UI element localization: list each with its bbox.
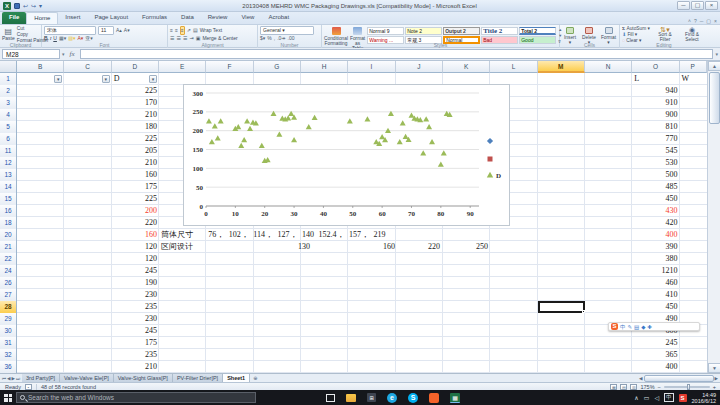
help-icon[interactable]: ? <box>694 18 697 24</box>
excel-taskbar-icon[interactable]: ▦ <box>450 393 460 403</box>
column-header-N[interactable]: N <box>585 61 632 73</box>
cell-value[interactable]: 225 <box>112 85 157 97</box>
cell-value[interactable]: L <box>634 73 639 85</box>
cell-value[interactable]: 400 <box>632 229 677 241</box>
align-center-icon[interactable]: ☰ <box>176 35 180 42</box>
underline-button[interactable]: U <box>53 35 57 41</box>
ribbon-tab-view[interactable]: View <box>234 12 261 24</box>
cell-value[interactable]: 160 <box>355 241 395 253</box>
hscroll-left-icon[interactable]: ◀ <box>639 376 642 381</box>
cell-value[interactable]: 810 <box>632 121 677 133</box>
borders-icon[interactable]: ▦▾ <box>59 35 66 42</box>
wrap-text-button[interactable]: Wrap Text <box>200 27 222 33</box>
align-top-icon[interactable]: ≡ <box>170 27 173 34</box>
filter-dropdown-icon-C[interactable]: ▾ <box>102 75 110 83</box>
fill-color-icon[interactable]: ▨▾ <box>68 35 75 42</box>
column-header-H[interactable]: H <box>301 61 348 73</box>
vertical-scroll-thumb[interactable] <box>709 72 720 124</box>
cell-value[interactable]: 220 <box>112 217 157 229</box>
scatter-chart[interactable]: 0501001502002503000102030405060708090D <box>183 84 510 226</box>
percent-icon[interactable]: % <box>267 35 271 42</box>
cell-value[interactable]: 460 <box>632 277 677 289</box>
sheet-tab-3rd-party-p-[interactable]: 3rd Party[P] <box>22 374 60 382</box>
ribbon-tab-file[interactable]: File <box>2 12 26 24</box>
cell-value[interactable]: 76， 102， 114， 127， 140 152.4， 157， 219 <box>208 229 385 241</box>
row-header-30[interactable]: 30 <box>0 325 17 337</box>
zoom-level[interactable]: 175% <box>640 384 654 390</box>
row-header-4[interactable]: 4 <box>0 109 17 121</box>
cell-value[interactable]: 940 <box>632 85 677 97</box>
cell-value[interactable]: 420 <box>632 217 677 229</box>
ribbon-tab-data[interactable]: Data <box>174 12 201 24</box>
column-header-E[interactable]: E <box>159 61 206 73</box>
tray-expand-icon[interactable]: ∧ <box>634 394 638 401</box>
row-header-21[interactable]: 21 <box>0 241 17 253</box>
row-header-20[interactable]: 20 <box>0 229 17 241</box>
hscroll-right-icon[interactable]: ▶ <box>715 376 720 381</box>
row-header-1[interactable]: 1 <box>0 73 17 85</box>
save-icon[interactable] <box>14 3 20 9</box>
cell-value[interactable]: 245 <box>632 337 677 349</box>
cell-value[interactable]: 区间设计 <box>161 241 193 253</box>
align-right-icon[interactable]: ☰ <box>183 35 187 42</box>
row-header-22[interactable]: 22 <box>0 253 17 265</box>
prev-sheet-icon[interactable]: ◀ <box>7 376 10 381</box>
cell-value[interactable]: 160 <box>112 169 157 181</box>
formula-bar-expand-icon[interactable]: ▾ <box>715 51 718 57</box>
cell-value[interactable]: 450 <box>632 301 677 313</box>
column-header-M[interactable]: M <box>538 61 585 73</box>
number-format-select[interactable]: General ▾ <box>260 26 314 35</box>
sheet-tab-valve-sight-glass-p-[interactable]: Valve-Sight Glass[P] <box>114 374 173 382</box>
close-button[interactable]: × <box>705 1 718 10</box>
ime-toolbar[interactable]: S 中✎▤◆✚ <box>608 322 700 331</box>
filter-dropdown-icon-B[interactable]: ▾ <box>54 75 62 83</box>
zoom-slider-knob[interactable] <box>687 384 690 390</box>
cell-value[interactable]: 175 <box>112 337 157 349</box>
column-header-B[interactable]: B <box>17 61 64 73</box>
scroll-up-icon[interactable]: ▲ <box>708 61 720 71</box>
cell-value[interactable]: 180 <box>112 121 157 133</box>
insert-function-icon[interactable]: fx <box>67 50 78 58</box>
first-sheet-icon[interactable]: ⏮ <box>2 376 6 381</box>
cell-value[interactable]: W <box>682 73 690 85</box>
cell-value[interactable]: 245 <box>112 325 157 337</box>
cell-value[interactable]: 235 <box>112 349 157 361</box>
file-explorer-icon[interactable] <box>346 394 356 402</box>
sort-filter-button[interactable]: ⇅▾ Sort & Filter <box>653 26 677 43</box>
undo-icon[interactable]: ↩ <box>23 2 28 10</box>
increase-decimal-icon[interactable]: .0↠ <box>277 35 285 42</box>
cell-value[interactable]: 485 <box>632 181 677 193</box>
zoom-slider[interactable] <box>664 386 710 388</box>
row-header-5[interactable]: 5 <box>0 121 17 133</box>
cell-value[interactable]: 210 <box>112 109 157 121</box>
ime-tool-icon-3[interactable]: ◆ <box>641 323 645 331</box>
restore-button[interactable]: ▢ <box>691 1 704 10</box>
autosum-button[interactable]: Σ AutoSum ▾ <box>622 26 650 31</box>
scroll-down-icon[interactable]: ▼ <box>708 363 720 373</box>
cell-value[interactable]: 200 <box>112 205 157 217</box>
macro-record-icon[interactable]: ▪ <box>25 384 32 390</box>
page-break-view-icon[interactable]: ▥ <box>630 384 637 390</box>
taskbar-search-input[interactable]: Search the web and Windows <box>16 392 256 403</box>
normal-view-icon[interactable]: ▦ <box>610 384 617 390</box>
cell-value[interactable]: 120 <box>112 241 157 253</box>
task-view-icon[interactable] <box>326 394 335 402</box>
ribbon-tab-review[interactable]: Review <box>201 12 235 24</box>
cell-style-normal-9[interactable]: Normal 9 <box>367 27 404 35</box>
column-header-L[interactable]: L <box>490 61 537 73</box>
cell-value[interactable]: 130 <box>270 241 310 253</box>
sogou-logo-icon[interactable]: S <box>611 323 618 330</box>
fill-button[interactable]: ⬇ Fill ▾ <box>622 32 650 37</box>
font-color-icon[interactable]: A▾ <box>77 35 83 42</box>
row-header-12[interactable]: 12 <box>0 157 17 169</box>
column-header-C[interactable]: C <box>64 61 111 73</box>
insert-worksheet-icon[interactable]: ⊕ <box>250 374 260 382</box>
row-header-6[interactable]: 6 <box>0 133 17 145</box>
orange-app-icon[interactable] <box>429 393 439 403</box>
sheet-tab-valve-valve-ele-p-[interactable]: Valve-Valve Ele[P] <box>60 374 114 382</box>
display-icon[interactable]: ▭ <box>644 394 650 401</box>
cell-value[interactable]: 545 <box>632 145 677 157</box>
cell-value[interactable]: 225 <box>112 193 157 205</box>
column-header-G[interactable]: G <box>254 61 301 73</box>
find-select-button[interactable]: ◉ Find & Select <box>680 26 704 43</box>
